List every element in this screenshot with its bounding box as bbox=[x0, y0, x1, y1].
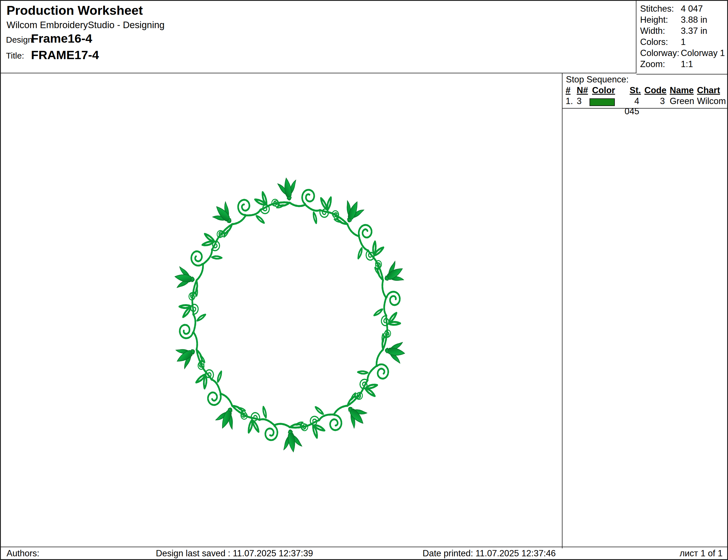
page-title: Production Worksheet bbox=[7, 3, 143, 18]
embroidery-wreath bbox=[1, 73, 562, 548]
stat-label: Height: bbox=[640, 15, 668, 25]
footer-bar: Authors: Design last saved : 11.07.2025 … bbox=[1, 547, 727, 559]
col-stitches: St. bbox=[630, 85, 641, 96]
stat-row-height: Height: 3.88 in bbox=[636, 15, 728, 26]
right-panel: Stop Sequence: # N# Color St. Code Name … bbox=[562, 73, 728, 548]
stat-value: Colorway 1 bbox=[681, 48, 725, 58]
stat-row-colors: Colors: 1 bbox=[636, 37, 728, 48]
design-name: Frame16-4 bbox=[31, 32, 92, 46]
date-printed-text: Date printed: 11.07.2025 12:37:46 bbox=[423, 548, 556, 559]
col-name: Name bbox=[670, 85, 694, 96]
row-number: 1. bbox=[566, 96, 573, 106]
row-code: 3 bbox=[644, 96, 665, 106]
title-label: Title: bbox=[6, 51, 24, 61]
stat-label: Width: bbox=[640, 26, 665, 36]
col-number: # bbox=[566, 85, 570, 96]
production-worksheet-page: Production Worksheet Wilcom EmbroiderySt… bbox=[0, 0, 728, 560]
col-chart: Chart bbox=[697, 85, 720, 96]
col-code: Code bbox=[644, 85, 667, 96]
row-chart: Wilcom bbox=[697, 96, 726, 106]
stat-row-stitches: Stitches: 4 047 bbox=[636, 4, 728, 15]
design-label: Design: bbox=[6, 35, 35, 45]
app-subtitle: Wilcom EmbroideryStudio - Designing bbox=[7, 20, 165, 30]
stat-row-zoom: Zoom: 1:1 bbox=[636, 59, 728, 70]
stat-value: 1 bbox=[681, 37, 686, 47]
stat-label: Zoom: bbox=[640, 59, 665, 69]
stat-label: Colors: bbox=[640, 37, 668, 47]
sheet-number: лист 1 of 1 bbox=[680, 548, 723, 559]
design-canvas bbox=[1, 73, 562, 548]
last-saved-text: Design last saved : 11.07.2025 12:37:39 bbox=[156, 548, 313, 559]
stop-sequence-heading: Stop Sequence: bbox=[566, 75, 629, 85]
stat-row-colorway: Colorway: Colorway 1 bbox=[636, 48, 728, 59]
stop-sequence-panel: Stop Sequence: # N# Color St. Code Name … bbox=[562, 73, 728, 109]
stats-box: Stitches: 4 047 Height: 3.88 in Width: 3… bbox=[636, 1, 728, 75]
stat-label: Colorway: bbox=[640, 48, 679, 58]
stat-value: 3.37 in bbox=[681, 26, 707, 36]
header-box: Production Worksheet Wilcom EmbroiderySt… bbox=[1, 1, 636, 73]
row-stitches: 4 045 bbox=[618, 96, 639, 117]
stat-value: 3.88 in bbox=[681, 15, 707, 25]
row-needle: 3 bbox=[577, 96, 582, 106]
row-name: Green bbox=[670, 96, 694, 106]
stat-value: 4 047 bbox=[681, 4, 703, 14]
col-color: Color bbox=[592, 85, 615, 96]
stat-value: 1:1 bbox=[681, 59, 693, 69]
stat-label: Stitches: bbox=[640, 4, 674, 14]
authors-label: Authors: bbox=[7, 548, 39, 559]
thread-color-swatch bbox=[590, 98, 615, 106]
col-needle: N# bbox=[577, 85, 588, 96]
stat-row-width: Width: 3.37 in bbox=[636, 26, 728, 37]
design-title: FRAME17-4 bbox=[31, 48, 99, 62]
